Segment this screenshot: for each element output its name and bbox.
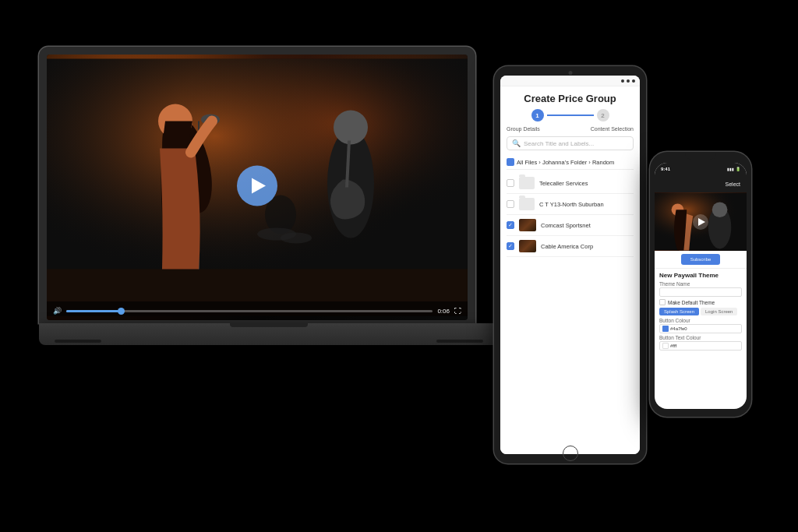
phone-btn-colour-field[interactable]: #4a7fe0 xyxy=(659,324,742,333)
phone-btn-text-colour-value: #fff xyxy=(670,344,676,348)
main-scene: 🔊 0:06 ⛶ xyxy=(0,0,798,532)
tablet-device: Create Price Group 1 2 Group Details xyxy=(494,66,646,463)
phone-btn-colour-label: Button Colour xyxy=(659,318,742,323)
phone-play-icon xyxy=(698,218,705,226)
phone-battery-icon: 🔋 xyxy=(736,167,740,171)
step-2-num: 2 xyxy=(601,112,604,119)
laptop-screen-inner: 🔊 0:06 ⛶ xyxy=(47,55,468,320)
svg-point-18 xyxy=(712,202,728,217)
phone-paywall-title: New Paywall Theme xyxy=(659,272,742,279)
tablet-camera xyxy=(568,71,572,75)
file-item-0[interactable]: Telecaller Services xyxy=(507,173,634,194)
step-2-circle: 2 xyxy=(597,109,609,122)
file-thumb-3 xyxy=(519,240,536,252)
phone-notch xyxy=(685,152,716,160)
phone-btn-text-colour-label: Button Text Colour xyxy=(659,335,742,340)
video-controls[interactable]: 🔊 0:06 ⛶ xyxy=(47,301,468,320)
laptop-foot-right xyxy=(436,340,483,343)
phone-video-thumb[interactable] xyxy=(655,192,747,251)
file-checkbox-1[interactable] xyxy=(507,200,514,208)
file-item-2[interactable]: Comcast Sportsnet xyxy=(507,215,634,236)
step-1-circle: 1 xyxy=(531,109,544,122)
tablet-home-button[interactable] xyxy=(563,446,578,461)
file-name-1: C T Y13-North Suburban xyxy=(539,201,634,208)
file-thumb-2 xyxy=(519,219,536,231)
laptop-hinge xyxy=(230,323,308,327)
phone-header: Select xyxy=(655,175,747,192)
status-dot-1 xyxy=(621,79,624,83)
progress-bar[interactable] xyxy=(66,310,433,312)
laptop-base xyxy=(39,323,499,345)
laptop-foot-left xyxy=(55,340,101,343)
step-labels: Group Details Content Selection xyxy=(507,126,634,132)
phone-btn-colour-swatch xyxy=(662,326,669,332)
svg-point-9 xyxy=(334,111,368,145)
step-line xyxy=(547,115,594,116)
phone-default-checkbox[interactable] xyxy=(659,299,666,305)
file-item-1[interactable]: C T Y13-North Suburban xyxy=(507,194,634,215)
volume-icon[interactable]: 🔊 xyxy=(53,307,62,315)
svg-point-13 xyxy=(281,233,312,244)
phone-tab-row: Splash Screen Login Screen xyxy=(659,308,742,315)
phone-theme-name-field[interactable] xyxy=(659,287,742,297)
search-placeholder: Search Title and Labels... xyxy=(524,140,594,147)
search-icon: 🔍 xyxy=(512,139,521,147)
video-player[interactable]: 🔊 0:06 ⛶ xyxy=(47,55,468,320)
phone-screen: 9:41 ▮▮▮ 🔋 Select xyxy=(655,163,747,409)
folder-icon-1 xyxy=(519,198,535,210)
phone-select-button[interactable]: Select xyxy=(726,181,740,187)
tablet-status-bar xyxy=(500,76,640,86)
phone-status-icons: ▮▮▮ 🔋 xyxy=(727,167,740,171)
phone-theme-name-label: Theme Name xyxy=(659,281,742,287)
status-dot-3 xyxy=(632,79,635,83)
file-name-3: Cable America Corp xyxy=(541,243,634,250)
search-bar[interactable]: 🔍 Search Title and Labels... xyxy=(507,136,634,150)
laptop-screen-outer: 🔊 0:06 ⛶ xyxy=(39,47,475,323)
tablet-body: Create Price Group 1 2 Group Details xyxy=(494,66,646,463)
step-1-label: Group Details xyxy=(507,126,540,132)
file-checkbox-3[interactable] xyxy=(507,242,514,250)
breadcrumb-text: All Files › Johanna's Folder › Random xyxy=(517,159,614,166)
file-checkbox-0[interactable] xyxy=(507,179,514,187)
tablet-screen: Create Price Group 1 2 Group Details xyxy=(500,76,640,454)
file-name-2: Comcast Sportsnet xyxy=(541,222,634,229)
phone-btn-colour-value: #4a7fe0 xyxy=(670,326,687,331)
file-thumb-img-3 xyxy=(519,240,536,252)
play-button[interactable] xyxy=(237,165,277,206)
file-thumb-img-2 xyxy=(519,219,536,231)
progress-fill xyxy=(66,310,122,312)
phone-subscribe-button[interactable]: Subscribe xyxy=(681,254,720,265)
phone-login-tab[interactable]: Login Screen xyxy=(701,308,737,315)
tablet-title: Create Price Group xyxy=(507,93,634,104)
file-name-0: Telecaller Services xyxy=(539,180,634,187)
breadcrumb-row: All Files › Johanna's Folder › Random xyxy=(507,155,634,170)
file-checkbox-2[interactable] xyxy=(507,221,514,229)
progress-dot xyxy=(118,308,125,315)
phone-paywall-section: New Paywall Theme Theme Name Make Defaul… xyxy=(655,268,747,355)
fullscreen-icon[interactable]: ⛶ xyxy=(454,307,461,315)
phone-btn-text-colour-swatch xyxy=(662,343,669,349)
play-icon xyxy=(252,178,266,193)
phone-splash-tab[interactable]: Splash Screen xyxy=(659,308,699,315)
phone-default-label: Make Default Theme xyxy=(668,300,715,305)
video-time: 0:06 xyxy=(437,308,450,315)
steps-bar: 1 2 xyxy=(507,109,634,122)
folder-icon-0 xyxy=(519,177,535,189)
all-files-checkbox[interactable] xyxy=(507,158,514,166)
phone-time: 9:41 xyxy=(661,167,670,171)
status-dot-2 xyxy=(627,79,630,83)
step-1-num: 1 xyxy=(535,112,538,119)
phone-play-button[interactable] xyxy=(693,214,708,230)
tablet-content: Create Price Group 1 2 Group Details xyxy=(500,86,640,454)
phone-status-bar: 9:41 ▮▮▮ 🔋 xyxy=(655,163,747,175)
file-item-3[interactable]: Cable America Corp xyxy=(507,236,634,257)
laptop-device: 🔊 0:06 ⛶ xyxy=(39,47,499,374)
phone-btn-text-colour-field[interactable]: #fff xyxy=(659,341,742,351)
phone-signal-icon: ▮▮▮ xyxy=(727,167,734,171)
step-2-label: Content Selection xyxy=(591,126,634,132)
phone-body: 9:41 ▮▮▮ 🔋 Select xyxy=(650,152,751,417)
phone-default-row[interactable]: Make Default Theme xyxy=(659,299,742,305)
phone-device: 9:41 ▮▮▮ 🔋 Select xyxy=(650,152,751,417)
